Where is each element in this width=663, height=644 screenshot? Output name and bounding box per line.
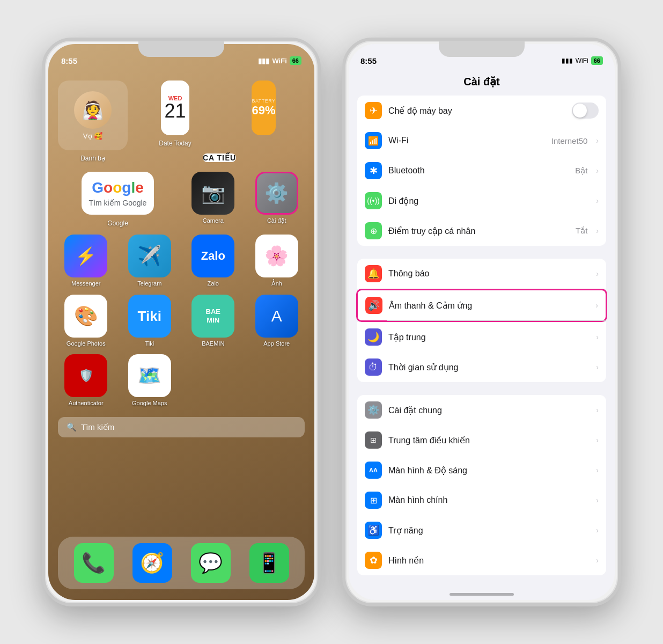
settings-row-controlcenter[interactable]: ⊞ Trung tâm điều khiển › bbox=[357, 425, 606, 455]
settings-row-general[interactable]: ⚙️ Cài đặt chung › bbox=[357, 395, 606, 425]
photos-icon: 🌸 bbox=[255, 235, 298, 277]
settings-row-cellular[interactable]: ((•)) Di động › bbox=[357, 186, 606, 216]
maps-icon: 🗺️ bbox=[128, 354, 171, 397]
bluetooth-label: Bluetooth bbox=[388, 166, 569, 175]
wallpaper-icon: ✿ bbox=[365, 552, 382, 569]
focus-label: Tập trung bbox=[388, 332, 590, 342]
right-widgets: WED 21 Date Today BATTERY 69% - bbox=[134, 80, 305, 162]
homescreen-chevron: › bbox=[596, 496, 599, 504]
display-label: Màn hình & Độ sáng bbox=[388, 465, 590, 475]
contact-widget-label: Danh bạ bbox=[80, 155, 105, 162]
battery-label: BATTERY bbox=[252, 98, 275, 104]
hotspot-icon: ⊕ bbox=[365, 222, 382, 239]
messages-dock-icon[interactable]: 💬 bbox=[191, 543, 231, 583]
homescreen-icon: ⊞ bbox=[365, 492, 382, 509]
dock: 📞 🧭 💬 📱 bbox=[58, 537, 305, 589]
accessibility-label: Trợ năng bbox=[388, 525, 590, 536]
search-bar[interactable]: 🔍 Tìm kiếm bbox=[58, 417, 305, 437]
display-chevron: › bbox=[596, 466, 599, 474]
settings-row-screentime[interactable]: ⏱ Thời gian sử dụng › bbox=[357, 352, 606, 382]
camera-app[interactable]: 📷 Camera bbox=[185, 172, 241, 227]
tiki-app[interactable]: Tiki Tiki bbox=[122, 295, 178, 347]
messenger-app[interactable]: ⚡ Messenger bbox=[58, 235, 114, 287]
gphotos-app[interactable]: 🎨 Google Photos bbox=[58, 295, 114, 347]
maps-label: Google Maps bbox=[132, 400, 167, 406]
settings-row-hotspot[interactable]: ⊕ Điểm truy cập cá nhân Tắt › bbox=[357, 216, 606, 246]
appstore-label: App Store bbox=[263, 340, 290, 347]
safari-dock-icon[interactable]: 🧭 bbox=[132, 543, 172, 583]
photos-label: Ảnh bbox=[271, 280, 282, 287]
sound-icon: 🔊 bbox=[365, 297, 382, 314]
settings-section-3: ⚙️ Cài đặt chung › ⊞ Trung tâm điều khiể… bbox=[357, 395, 606, 575]
baemin-icon: BAEMIN bbox=[191, 295, 234, 338]
appstore-icon: A bbox=[255, 295, 298, 338]
baemin-app[interactable]: BAEMIN BAEMIN bbox=[185, 295, 241, 347]
airplane-toggle[interactable] bbox=[572, 103, 599, 119]
right-phone: 8:55 ▮▮▮ WiFi 66 Cài đặt ✈ Chế độ máy ba… bbox=[342, 38, 621, 606]
tinh-text: CA TIẾU bbox=[203, 153, 236, 162]
wallpaper-chevron: › bbox=[596, 556, 599, 565]
battery-badge: 66 bbox=[290, 56, 301, 65]
hotspot-chevron: › bbox=[596, 226, 599, 235]
home-indicator bbox=[450, 593, 514, 596]
cellular-label: Di động bbox=[388, 196, 590, 206]
widgets-row: 👰 Vợ 🥰 Danh bạ WED 21 Date Today bbox=[48, 76, 314, 166]
wifi-icon: 📶 bbox=[365, 132, 382, 149]
bluetooth-chevron: › bbox=[596, 166, 599, 175]
date-widget[interactable]: WED 21 bbox=[161, 80, 189, 135]
sound-chevron: › bbox=[595, 301, 598, 310]
photos-app[interactable]: 🌸 Ảnh bbox=[249, 235, 305, 287]
gphotos-label: Google Photos bbox=[67, 340, 106, 347]
settings-app[interactable]: ⚙️ Cài đặt bbox=[249, 172, 305, 227]
auth-label: Authenticator bbox=[69, 400, 104, 406]
contact-widget[interactable]: 👰 Vợ 🥰 bbox=[58, 80, 128, 150]
sound-label: Âm thanh & Cảm ứng bbox=[389, 301, 589, 311]
settings-row-notifications[interactable]: 🔔 Thông báo › bbox=[357, 259, 606, 289]
google-widget-item[interactable]: Google Tìm kiếm Google Google bbox=[58, 172, 178, 227]
homescreen-label: Màn hình chính bbox=[388, 495, 590, 505]
appstore-app[interactable]: A App Store bbox=[249, 295, 305, 347]
status-bar: 8:55 ▮▮▮ WiFi 66 bbox=[48, 44, 314, 71]
settings-row-airplane[interactable]: ✈ Chế độ máy bay bbox=[357, 96, 606, 126]
settings-time: 8:55 bbox=[360, 56, 377, 65]
phone-dock-icon[interactable]: 📞 bbox=[74, 543, 114, 583]
day-num: 21 bbox=[164, 101, 186, 121]
general-chevron: › bbox=[596, 406, 599, 414]
cellular-icon: ((•)) bbox=[365, 192, 382, 209]
notch bbox=[141, 41, 222, 57]
camera-label: Camera bbox=[203, 217, 224, 224]
settings-status-bar: 8:55 ▮▮▮ WiFi 66 bbox=[349, 44, 615, 71]
camera-icon: 📷 bbox=[191, 172, 234, 215]
settings-row-display[interactable]: AA Màn hình & Độ sáng › bbox=[357, 455, 606, 485]
settings-row-wifi[interactable]: 📶 Wi-Fi Internet50 › bbox=[357, 126, 606, 156]
accessibility-icon: ♿ bbox=[365, 522, 382, 539]
settings-wifi-icon: WiFi bbox=[576, 57, 588, 64]
authenticator-app[interactable]: 🛡️ Authenticator bbox=[58, 354, 114, 406]
bluetooth-icon: ✱ bbox=[365, 162, 382, 179]
settings-row-focus[interactable]: 🌙 Tập trung › bbox=[357, 322, 606, 352]
messenger-icon: ⚡ bbox=[64, 235, 107, 277]
settings-row-wallpaper[interactable]: ✿ Hình nền › bbox=[357, 545, 606, 575]
telegram-app[interactable]: ✈️ Telegram bbox=[122, 235, 178, 287]
settings-icon: ⚙️ bbox=[255, 172, 298, 215]
settings-row-bluetooth[interactable]: ✱ Bluetooth Bật › bbox=[357, 156, 606, 186]
tiki-label: Tiki bbox=[145, 340, 154, 347]
settings-signal-icon: ▮▮▮ bbox=[562, 57, 573, 64]
battery-widget[interactable]: BATTERY 69% bbox=[252, 80, 275, 135]
tinh-widget[interactable]: CA TIẾU bbox=[203, 153, 236, 162]
maps-app[interactable]: 🗺️ Google Maps bbox=[122, 354, 178, 406]
settings-row-homescreen[interactable]: ⊞ Màn hình chính › bbox=[357, 485, 606, 515]
google-widget[interactable]: Google Tìm kiếm Google bbox=[82, 172, 154, 215]
focus-chevron: › bbox=[596, 333, 599, 341]
zalo-app[interactable]: Zalo Zalo bbox=[185, 235, 241, 287]
right-notch bbox=[441, 41, 522, 57]
facetime-dock-icon[interactable]: 📱 bbox=[249, 543, 289, 583]
google-search-text: Tìm kiếm Google bbox=[89, 199, 147, 207]
contact-avatar: 👰 bbox=[74, 91, 112, 129]
settings-row-accessibility[interactable]: ♿ Trợ năng › bbox=[357, 515, 606, 545]
tiki-icon: Tiki bbox=[128, 295, 171, 338]
settings-row-sound[interactable]: 🔊 Âm thanh & Cảm ứng › bbox=[356, 289, 607, 322]
controlcenter-label: Trung tâm điều khiển bbox=[388, 435, 590, 445]
google-logo: Google bbox=[92, 179, 143, 196]
telegram-label: Telegram bbox=[137, 280, 161, 287]
